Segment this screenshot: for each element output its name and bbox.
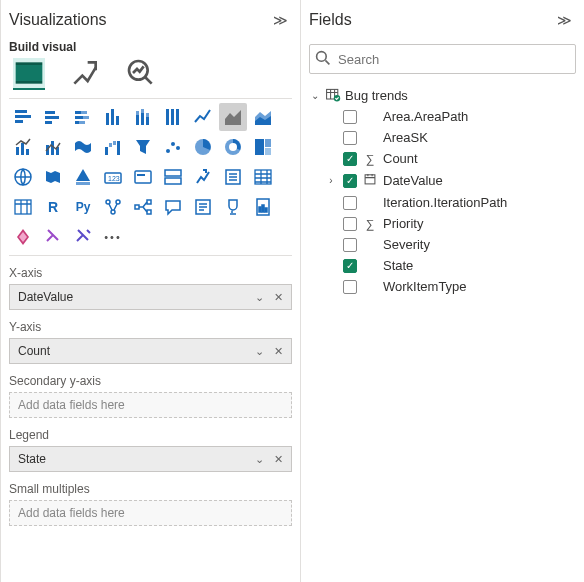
field-checkbox[interactable] — [343, 196, 357, 210]
viz-r[interactable]: R — [39, 193, 67, 221]
viz-bar[interactable] — [39, 103, 67, 131]
expand-icon[interactable]: › — [325, 175, 337, 186]
viz-paginated[interactable] — [249, 193, 277, 221]
field-checkbox[interactable] — [343, 238, 357, 252]
search-input[interactable] — [309, 44, 576, 74]
well-y-value: Count — [14, 342, 54, 360]
svg-point-40 — [176, 146, 180, 150]
viz-donut[interactable] — [219, 133, 247, 161]
viz-narrative[interactable] — [189, 193, 217, 221]
well-x-dropdown[interactable]: ⌄ — [251, 291, 268, 304]
field-label: State — [383, 258, 576, 273]
visualizations-panel: Visualizations ≫ Build visual — [0, 0, 300, 582]
viz-line-column2[interactable] — [39, 133, 67, 161]
viz-gauge[interactable]: 123 — [99, 163, 127, 191]
viz-more[interactable]: ••• — [99, 223, 127, 251]
viz-pie[interactable] — [189, 133, 217, 161]
viz-filled-map[interactable] — [39, 163, 67, 191]
viz-py[interactable]: Py — [69, 193, 97, 221]
collapse-fields-button[interactable]: ≫ — [553, 8, 576, 32]
well-y2-axis: Secondary y-axis Add data fields here — [9, 374, 292, 418]
viz-ribbon[interactable] — [69, 133, 97, 161]
sigma-icon: ∑ — [363, 217, 377, 231]
fields-title: Fields — [309, 11, 352, 29]
field-checkbox[interactable]: ✓ — [343, 174, 357, 188]
field-area-areapath[interactable]: Area.AreaPath — [325, 106, 576, 127]
tab-build-visual[interactable] — [13, 58, 45, 90]
viz-qna[interactable] — [159, 193, 187, 221]
field-iteration-iterationpath[interactable]: Iteration.IterationPath — [325, 192, 576, 213]
field-checkbox[interactable]: ✓ — [343, 152, 357, 166]
well-x-value: DateValue — [14, 288, 77, 306]
viz-line[interactable] — [189, 103, 217, 131]
field-count[interactable]: ✓∑Count — [325, 148, 576, 169]
field-state[interactable]: ✓State — [325, 255, 576, 276]
viz-goals[interactable] — [219, 193, 247, 221]
field-workitemtype[interactable]: WorkItemType — [325, 276, 576, 297]
viz-pin1[interactable] — [39, 223, 67, 251]
viz-matrix[interactable] — [9, 193, 37, 221]
viz-azure-map[interactable] — [69, 163, 97, 191]
well-legend-dropdown[interactable]: ⌄ — [251, 453, 268, 466]
viz-line-column[interactable] — [9, 133, 37, 161]
viz-stacked-area[interactable] — [249, 103, 277, 131]
viz-pin2[interactable] — [69, 223, 97, 251]
field-checkbox[interactable]: ✓ — [343, 259, 357, 273]
viz-slicer[interactable] — [219, 163, 247, 191]
field-checkbox[interactable] — [343, 131, 357, 145]
well-y-remove[interactable]: ✕ — [270, 345, 287, 358]
svg-rect-52 — [137, 174, 145, 176]
field-label: Iteration.IterationPath — [383, 195, 576, 210]
well-y-dropdown[interactable]: ⌄ — [251, 345, 268, 358]
table-name: Bug trends — [345, 88, 408, 103]
well-x-remove[interactable]: ✕ — [270, 291, 287, 304]
svg-point-59 — [116, 200, 120, 204]
field-label: WorkItemType — [383, 279, 576, 294]
field-checkbox[interactable] — [343, 110, 357, 124]
field-severity[interactable]: Severity — [325, 234, 576, 255]
viz-waterfall[interactable] — [99, 133, 127, 161]
field-checkbox[interactable] — [343, 280, 357, 294]
field-checkbox[interactable] — [343, 217, 357, 231]
viz-tabs — [9, 58, 292, 90]
well-x-dropzone[interactable]: DateValue ⌄ ✕ — [9, 284, 292, 310]
viz-stacked-column[interactable] — [129, 103, 157, 131]
tab-analytics[interactable] — [125, 58, 157, 90]
svg-rect-0 — [16, 65, 43, 81]
viz-stacked-column2[interactable] — [159, 103, 187, 131]
viz-map[interactable] — [9, 163, 37, 191]
viz-key-influencers[interactable] — [99, 193, 127, 221]
viz-kpi[interactable] — [189, 163, 217, 191]
svg-rect-12 — [75, 116, 83, 119]
caret-down-icon: ⌄ — [309, 90, 321, 101]
viz-multirow[interactable] — [159, 163, 187, 191]
well-y-dropzone[interactable]: Count ⌄ ✕ — [9, 338, 292, 364]
fields-panel: Fields ≫ ⌄ Bug trends Area.AreaPathAreaS… — [300, 0, 584, 582]
well-sm-dropzone[interactable]: Add data fields here — [9, 500, 292, 526]
table-bug-trends[interactable]: ⌄ Bug trends — [309, 84, 576, 106]
viz-column[interactable] — [99, 103, 127, 131]
svg-rect-57 — [15, 200, 31, 214]
collapse-viz-button[interactable]: ≫ — [269, 8, 292, 32]
viz-scatter[interactable] — [159, 133, 187, 161]
viz-type-grid: 123 R Py ••• — [9, 98, 292, 256]
viz-powerapps[interactable] — [9, 223, 37, 251]
well-legend-remove[interactable]: ✕ — [270, 453, 287, 466]
well-legend-dropzone[interactable]: State ⌄ ✕ — [9, 446, 292, 472]
viz-area[interactable] — [219, 103, 247, 131]
svg-rect-68 — [265, 208, 267, 212]
viz-table[interactable] — [249, 163, 277, 191]
viz-funnel[interactable] — [129, 133, 157, 161]
field-label: Priority — [383, 216, 576, 231]
viz-card[interactable] — [129, 163, 157, 191]
viz-treemap[interactable] — [249, 133, 277, 161]
field-areask[interactable]: AreaSK — [325, 127, 576, 148]
well-y2-dropzone[interactable]: Add data fields here — [9, 392, 292, 418]
field-datevalue[interactable]: ›✓DateValue — [325, 169, 576, 192]
viz-stacked-bar[interactable] — [9, 103, 37, 131]
tab-format-visual[interactable] — [69, 58, 101, 90]
viz-decomp-tree[interactable] — [129, 193, 157, 221]
field-priority[interactable]: ∑Priority — [325, 213, 576, 234]
viz-stacked-bar2[interactable] — [69, 103, 97, 131]
search-wrap — [309, 44, 576, 74]
